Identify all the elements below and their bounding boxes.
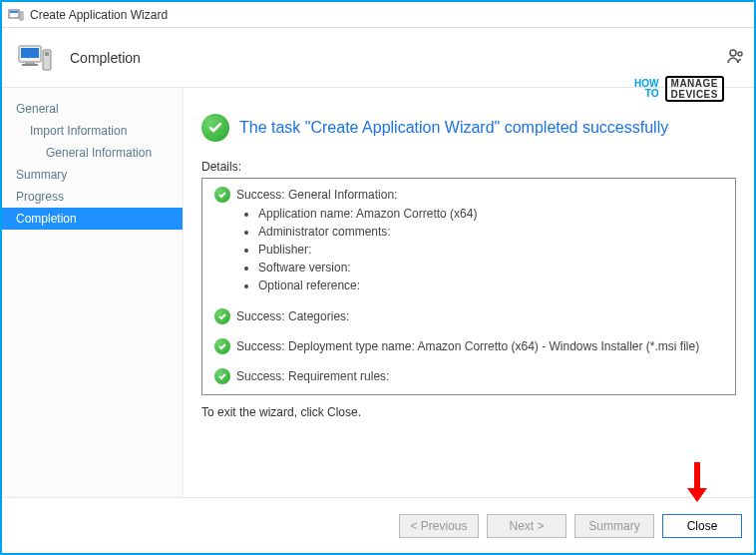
wizard-hint: To exit the wizard, click Close.: [201, 405, 736, 419]
watermark-devices: DEVICES: [671, 89, 718, 100]
success-check-icon: [201, 114, 229, 142]
details-box[interactable]: Success: General Information: Applicatio…: [201, 178, 736, 395]
main-content: HOW TO MANAGE DEVICES The task "Create A…: [184, 88, 754, 497]
sidebar-item-general[interactable]: General: [2, 98, 183, 120]
page-title: Completion: [70, 50, 141, 66]
svg-point-10: [738, 52, 742, 56]
titlebar-icon: [8, 7, 24, 23]
svg-rect-5: [25, 62, 35, 64]
watermark-box: MANAGE DEVICES: [665, 76, 724, 102]
detail-sub-item: Software version:: [258, 259, 723, 277]
detail-group-title: Success: Categories:: [236, 309, 349, 323]
sidebar-item-general-information[interactable]: General Information: [2, 142, 183, 164]
window-title: Create Application Wizard: [30, 8, 168, 22]
detail-sub-item: Optional reference:: [258, 277, 723, 294]
svg-rect-8: [45, 52, 49, 56]
detail-group-title: Success: General Information:: [236, 188, 397, 202]
watermark-manage: MANAGE: [671, 78, 718, 89]
sidebar-item-progress[interactable]: Progress: [2, 186, 183, 208]
details-label: Details:: [201, 160, 736, 174]
check-icon: [214, 368, 230, 384]
success-message: The task "Create Application Wizard" com…: [239, 119, 668, 137]
sidebar-item-completion[interactable]: Completion: [2, 208, 183, 230]
header-icon: [16, 38, 56, 78]
sidebar-item-import-information[interactable]: Import Information: [2, 120, 183, 142]
titlebar: Create Application Wizard: [2, 2, 754, 28]
check-icon: [214, 187, 230, 203]
svg-rect-1: [10, 11, 18, 13]
detail-sub-item: Application name: Amazon Corretto (x64): [258, 205, 723, 223]
close-button[interactable]: Close: [662, 514, 742, 538]
header-people-icon[interactable]: [726, 46, 746, 70]
wizard-sidebar: General Import Information General Infor…: [2, 88, 184, 497]
detail-sub-item: Administrator comments:: [258, 223, 723, 241]
summary-button: Summary: [574, 514, 654, 538]
svg-rect-6: [22, 64, 38, 66]
detail-group-title: Success: Deployment type name: Amazon Co…: [236, 339, 699, 353]
detail-group-title: Success: Requirement rules:: [236, 369, 389, 383]
watermark-to: TO: [645, 88, 659, 99]
svg-rect-2: [20, 12, 23, 20]
detail-sub-item: Publisher:: [258, 241, 723, 259]
watermark: HOW TO MANAGE DEVICES: [634, 76, 724, 102]
wizard-footer: < Previous Next > Summary Close: [2, 497, 754, 553]
next-button: Next >: [487, 514, 567, 538]
check-icon: [214, 338, 230, 354]
svg-rect-4: [21, 48, 39, 58]
success-banner: The task "Create Application Wizard" com…: [201, 114, 736, 142]
check-icon: [214, 308, 230, 324]
previous-button: < Previous: [399, 514, 479, 538]
svg-point-9: [730, 50, 736, 56]
sidebar-item-summary[interactable]: Summary: [2, 164, 183, 186]
